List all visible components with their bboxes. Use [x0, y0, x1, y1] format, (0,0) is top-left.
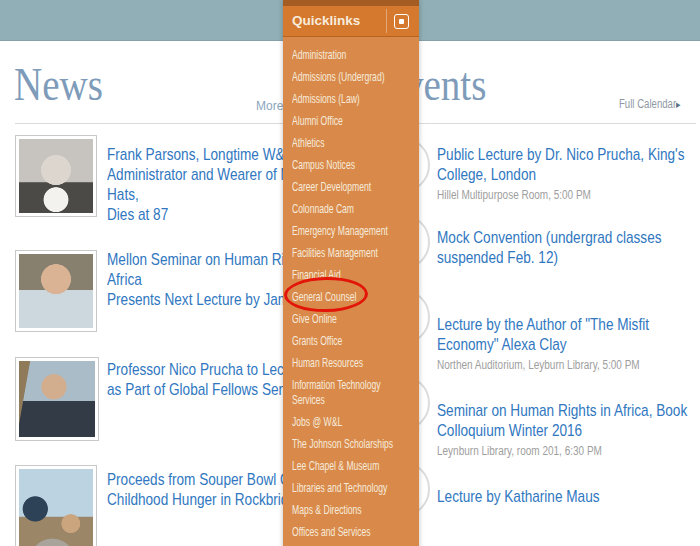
news-thumbnail-souper-bowl[interactable]: [15, 465, 97, 546]
event-link-mock-convention[interactable]: Mock Convention (undergrad classes suspe…: [437, 228, 662, 268]
photo-souper-bowl: [19, 469, 93, 546]
quicklink-item-jobs-at-wl[interactable]: Jobs @ W&L: [292, 414, 398, 429]
event-item: Seminar on Human Rights in Africa, Book …: [437, 401, 700, 459]
quicklink-item-campus-notices[interactable]: Campus Notices: [292, 157, 398, 172]
event-details: Hillel Multipurpose Room, 5:00 PM: [437, 188, 591, 203]
quicklink-item-career-development[interactable]: Career Development: [292, 179, 398, 194]
quicklink-item-maps-directions[interactable]: Maps & Directions: [292, 502, 398, 517]
event-link-katharine-maus[interactable]: Lecture by Katharine Maus: [437, 487, 600, 507]
full-calendar-arrow-icon: ▸: [676, 98, 680, 110]
quicklinks-header[interactable]: Quicklinks: [283, 6, 419, 37]
quicklink-item-administration[interactable]: Administration: [292, 47, 398, 62]
quicklink-item-admissions-law[interactable]: Admissions (Law): [292, 91, 398, 106]
quicklink-item-colonnade-cam[interactable]: Colonnade Cam: [292, 201, 398, 216]
photo-frank-parsons: [19, 139, 93, 213]
news-section-heading: News: [14, 58, 119, 111]
event-item: Public Lecture by Dr. Nico Prucha, King'…: [437, 145, 700, 203]
quicklink-item-grants-office[interactable]: Grants Office: [292, 333, 398, 348]
header-divider: [386, 9, 387, 33]
quicklink-item-facilities-management[interactable]: Facilities Management: [292, 245, 398, 260]
news-thumbnail-frank-parsons[interactable]: [15, 135, 97, 217]
quicklink-item-give-online[interactable]: Give Online: [292, 311, 398, 326]
event-link-prucha-public-lecture[interactable]: Public Lecture by Dr. Nico Prucha, King'…: [437, 145, 685, 185]
news-thumbnail-nico-prucha[interactable]: [15, 357, 99, 441]
quicklink-item-admissions-undergrad[interactable]: Admissions (Undergrad): [292, 69, 398, 84]
quicklinks-dropdown-panel: Quicklinks Administration Admissions (Un…: [283, 0, 419, 546]
full-calendar-link[interactable]: Full Calendar▸: [619, 97, 696, 111]
photo-nico-prucha: [19, 361, 95, 437]
quicklink-item-johnson-scholarships[interactable]: The Johnson Scholarships: [292, 436, 398, 451]
page: News Events More Full Calendar▸ Frank Pa…: [0, 0, 700, 546]
event-link-human-rights-seminar[interactable]: Seminar on Human Rights in Africa, Book …: [437, 401, 687, 441]
quicklinks-title: Quicklinks: [292, 6, 360, 36]
quicklink-item-emergency-management[interactable]: Emergency Management: [292, 223, 398, 238]
event-item: Lecture by Katharine Maus: [437, 487, 700, 507]
quicklink-item-human-resources[interactable]: Human Resources: [292, 355, 398, 370]
quicklink-item-alumni-office[interactable]: Alumni Office: [292, 113, 398, 128]
news-heading-text: News: [14, 58, 103, 111]
event-item: Mock Convention (undergrad classes suspe…: [437, 228, 700, 286]
event-link-misfit-economy[interactable]: Lecture by the Author of "The Misfit Eco…: [437, 315, 649, 355]
quicklink-item-offices-and-services[interactable]: Offices and Services: [292, 524, 398, 539]
quicklink-item-information-technology-services[interactable]: Information Technology Services: [292, 377, 398, 407]
event-details: Northen Auditorium, Leyburn Library, 5:0…: [437, 358, 640, 373]
photo-james-hentz: [19, 254, 93, 328]
quicklink-item-libraries-and-technology[interactable]: Libraries and Technology: [292, 480, 398, 495]
event-item: Lecture by the Author of "The Misfit Eco…: [437, 315, 700, 373]
news-thumbnail-mellon-seminar[interactable]: [15, 250, 97, 332]
quicklink-item-lee-chapel-museum[interactable]: Lee Chapel & Museum: [292, 458, 398, 473]
event-details: Leynburn Library, room 201, 6:30 PM: [437, 444, 602, 459]
quicklink-item-athletics[interactable]: Athletics: [292, 135, 398, 150]
full-calendar-label: Full Calendar: [619, 97, 676, 111]
more-news-link[interactable]: More: [256, 99, 286, 113]
collapse-panel-icon[interactable]: [394, 14, 409, 29]
